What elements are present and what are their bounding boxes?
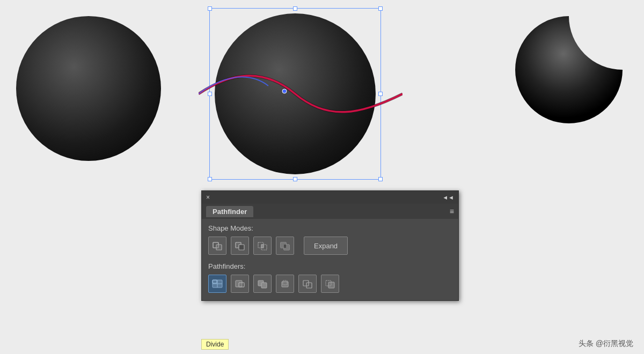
svg-rect-26	[306, 283, 312, 288]
handle-tr[interactable]	[378, 6, 383, 11]
outline-icon-button[interactable]	[298, 275, 317, 293]
panel-collapse-button[interactable]: ◄◄	[442, 194, 454, 201]
panel-tab-row: Pathfinder ≡	[202, 204, 458, 219]
handle-tc[interactable]	[293, 6, 297, 11]
pathfinder-tab[interactable]: Pathfinder	[206, 206, 253, 217]
svg-rect-14	[284, 245, 286, 248]
center-circle	[215, 13, 376, 174]
handle-bc[interactable]	[293, 177, 297, 181]
canvas-area: × ◄◄ Pathfinder ≡ Shape Modes:	[0, 0, 644, 354]
svg-rect-25	[303, 281, 309, 286]
crop-icon-button[interactable]	[276, 275, 294, 293]
right-shape	[510, 11, 628, 129]
handle-ml[interactable]	[208, 92, 212, 96]
unite-icon-button[interactable]	[208, 237, 226, 255]
shape-modes-row: Expand	[208, 237, 452, 255]
merge-icon-button[interactable]	[253, 275, 272, 293]
divide-tooltip: Divide	[201, 339, 229, 350]
pathfinders-row	[208, 275, 452, 293]
minus-back-icon-button[interactable]	[321, 275, 339, 293]
svg-rect-9	[261, 245, 264, 248]
panel-body: Shape Modes:	[202, 219, 458, 300]
handle-mr[interactable]	[378, 92, 383, 96]
pathfinders-label: Pathfinders:	[208, 262, 452, 270]
right-shape-svg	[510, 11, 628, 129]
handle-tl[interactable]	[208, 6, 212, 11]
panel-titlebar: × ◄◄	[202, 191, 458, 204]
svg-rect-6	[239, 245, 244, 250]
trim-icon-button[interactable]	[231, 275, 249, 293]
expand-button[interactable]: Expand	[304, 237, 348, 255]
exclude-icon-button[interactable]	[276, 237, 294, 255]
minus-front-icon-button[interactable]	[231, 237, 249, 255]
shape-modes-label: Shape Modes:	[208, 224, 452, 232]
center-circle-wrapper[interactable]	[209, 8, 386, 185]
svg-rect-3	[216, 245, 222, 250]
left-circle	[16, 16, 161, 161]
panel-menu-icon[interactable]: ≡	[450, 207, 454, 216]
handle-br[interactable]	[378, 177, 383, 181]
panel-close-button[interactable]: ×	[206, 194, 210, 201]
watermark: 头条 @衍黑视觉	[579, 339, 633, 349]
intersect-icon-button[interactable]	[253, 237, 272, 255]
svg-rect-22	[261, 283, 267, 288]
divide-icon-button[interactable]	[208, 275, 226, 293]
pathfinder-panel: × ◄◄ Pathfinder ≡ Shape Modes:	[201, 190, 459, 301]
handle-bl[interactable]	[208, 177, 212, 181]
